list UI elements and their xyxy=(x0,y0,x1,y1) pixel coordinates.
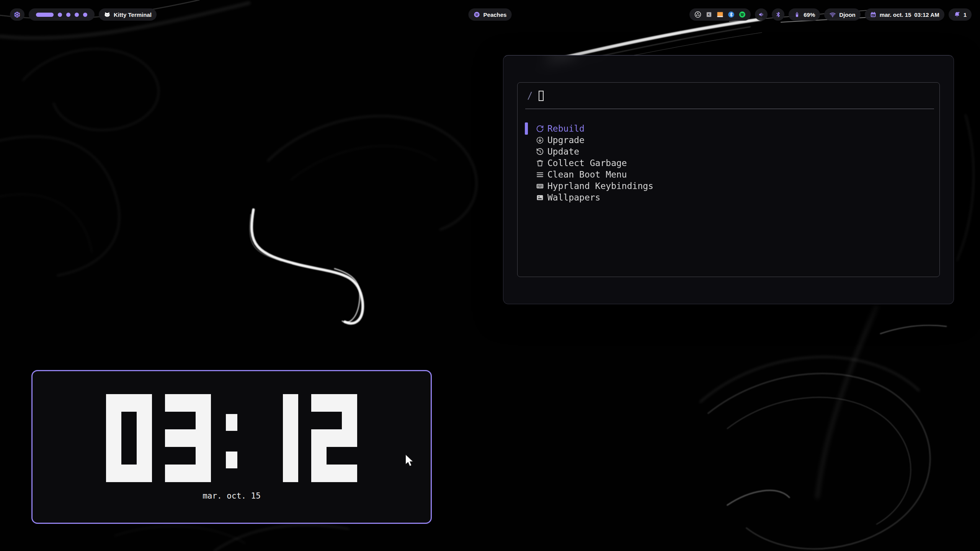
wifi-icon xyxy=(829,11,836,18)
workspace-indicator xyxy=(34,13,90,17)
launcher-search-row[interactable]: / xyxy=(518,83,939,109)
music-player-pill[interactable]: Peaches xyxy=(469,8,512,21)
clock-digits xyxy=(33,394,431,482)
list-icon xyxy=(536,171,544,179)
kitty-cat-icon xyxy=(104,11,111,18)
calendar-icon xyxy=(870,11,877,18)
notification-count: 1 xyxy=(964,11,967,18)
files-icon[interactable] xyxy=(716,11,724,18)
launcher-item-wallpapers[interactable]: Wallpapers xyxy=(518,192,939,203)
keyboard-icon xyxy=(536,182,544,190)
workspace-3[interactable] xyxy=(66,13,70,17)
launcher-item-hyprland-keybindings[interactable]: Hyprland Keybindings xyxy=(518,180,939,192)
clock-colon xyxy=(224,394,239,482)
workspace-4[interactable] xyxy=(75,13,79,17)
launcher-item-rebuild[interactable]: Rebuild xyxy=(518,123,939,134)
notifications-pill[interactable]: 1 xyxy=(949,8,972,21)
launcher-item-label: Wallpapers xyxy=(547,192,600,202)
update-icon xyxy=(536,148,544,156)
network-pill[interactable]: Djoon xyxy=(824,8,861,21)
launcher-window: / RebuildUpgradeUpdateCollect GarbageCle… xyxy=(503,55,954,304)
spotify-music-icon xyxy=(474,11,480,18)
launcher-list: RebuildUpgradeUpdateCollect GarbageClean… xyxy=(518,123,939,203)
clock-digit-1 xyxy=(252,394,298,482)
launcher-item-update[interactable]: Update xyxy=(518,146,939,157)
battery-percent: 69% xyxy=(804,11,815,18)
bar-center-group: Peaches xyxy=(469,8,512,21)
search-separator xyxy=(525,109,934,109)
launcher-item-label: Rebuild xyxy=(547,124,585,134)
nixos-launcher-button[interactable]: ❆ xyxy=(10,8,24,21)
launcher-item-clean-boot-menu[interactable]: Clean Boot Menu xyxy=(518,169,939,180)
bar-time: 03:12 AM xyxy=(914,11,939,18)
search-prompt: / xyxy=(527,90,532,101)
bluetooth-button[interactable] xyxy=(772,8,784,21)
clock-digit-2 xyxy=(311,394,357,482)
system-tray-pill: K xyxy=(689,8,751,21)
obs-icon[interactable] xyxy=(694,11,702,18)
bell-icon xyxy=(954,11,960,18)
spotify-tray-icon[interactable] xyxy=(738,11,746,18)
launcher-item-collect-garbage[interactable]: Collect Garbage xyxy=(518,157,939,169)
upgrade-icon xyxy=(536,136,544,144)
text-cursor xyxy=(539,91,544,101)
nixos-icon: ❆ xyxy=(14,11,21,19)
launcher-item-label: Clean Boot Menu xyxy=(547,170,627,179)
bar-date: mar. oct. 15 xyxy=(880,11,911,18)
bluetooth-icon xyxy=(775,11,782,18)
trash-icon xyxy=(536,159,544,167)
mouse-cursor xyxy=(405,454,416,468)
clock-widget: mar. oct. 15 xyxy=(31,370,432,524)
clock-digit-3 xyxy=(165,394,211,482)
speaker-icon xyxy=(758,11,765,18)
music-track-title: Peaches xyxy=(483,11,507,18)
launcher-item-label: Upgrade xyxy=(547,135,585,145)
active-window-title: Kitty Terminal xyxy=(114,11,152,18)
image-icon xyxy=(536,194,544,202)
bluetooth-tray-icon[interactable] xyxy=(727,11,735,18)
battery-icon xyxy=(794,11,800,18)
keepassxc-icon[interactable]: K xyxy=(705,11,713,18)
active-window-pill[interactable]: Kitty Terminal xyxy=(99,8,157,21)
datetime-pill[interactable]: mar. oct. 15 03:12 AM xyxy=(865,8,944,21)
launcher-item-label: Collect Garbage xyxy=(547,158,627,168)
svg-text:K: K xyxy=(708,13,710,16)
clock-date: mar. oct. 15 xyxy=(33,491,431,500)
clock-digit-0 xyxy=(106,394,152,482)
launcher-item-label: Update xyxy=(547,147,579,156)
volume-button[interactable] xyxy=(755,8,768,21)
workspace-2[interactable] xyxy=(58,13,62,17)
launcher-item-upgrade[interactable]: Upgrade xyxy=(518,134,939,146)
battery-pill[interactable]: 69% xyxy=(789,8,820,21)
bar-right-group: K xyxy=(689,8,972,21)
workspace-5[interactable] xyxy=(83,13,87,17)
launcher-inner-panel: / RebuildUpgradeUpdateCollect GarbageCle… xyxy=(517,82,940,277)
network-ssid: Djoon xyxy=(839,11,856,18)
workspace-1-active[interactable] xyxy=(36,13,54,17)
bar-left-group: ❆ Kitty Terminal xyxy=(10,8,157,21)
rebuild-icon xyxy=(536,125,544,133)
workspace-pill[interactable] xyxy=(29,8,95,21)
launcher-item-label: Hyprland Keybindings xyxy=(547,181,653,191)
